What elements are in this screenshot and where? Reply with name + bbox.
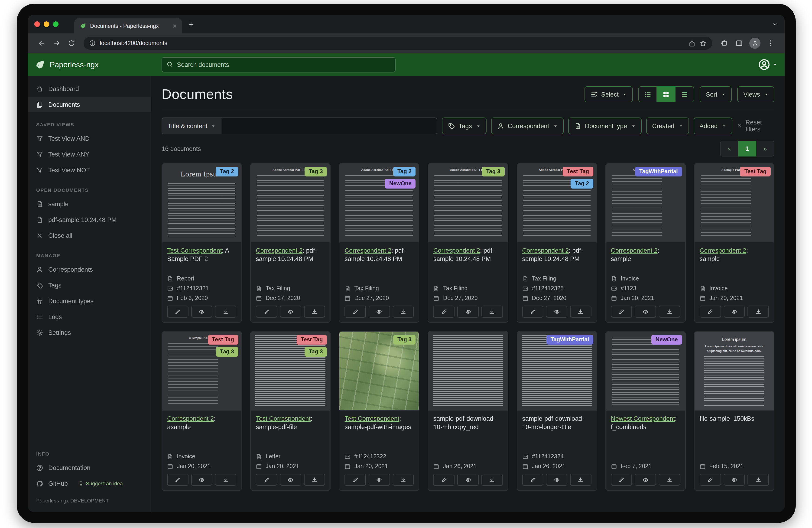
- user-menu[interactable]: [758, 58, 777, 71]
- browser-tab[interactable]: Documents - Paperless-ngx: [74, 18, 182, 33]
- site-info-icon[interactable]: [89, 40, 96, 46]
- document-thumbnail[interactable]: Tag 3: [339, 331, 419, 411]
- correspondent-link[interactable]: Correspondent 2: [700, 247, 746, 254]
- filter-added-button[interactable]: Added: [693, 117, 732, 134]
- document-title[interactable]: Test Correspondent: sample-pdf-file: [256, 415, 325, 432]
- download-button[interactable]: [570, 474, 591, 486]
- correspondent-link[interactable]: Correspondent 2: [522, 247, 569, 254]
- sidebar-item-documentation[interactable]: Documentation: [28, 460, 151, 475]
- close-window-button[interactable]: [34, 22, 40, 27]
- reload-icon[interactable]: [68, 40, 75, 47]
- preview-button[interactable]: [546, 474, 567, 486]
- tag-badge[interactable]: Tag 2: [571, 179, 593, 188]
- edit-button[interactable]: [522, 305, 543, 318]
- filter-created-button[interactable]: Created: [646, 117, 689, 134]
- filter-tags-button[interactable]: Tags: [442, 117, 486, 134]
- download-button[interactable]: [393, 305, 414, 318]
- view-mode-list-button[interactable]: [639, 86, 657, 102]
- correspondent-link[interactable]: Correspondent 2: [433, 247, 480, 254]
- preview-button[interactable]: [457, 305, 478, 318]
- tag-badge[interactable]: Tag 3: [305, 347, 327, 357]
- document-title[interactable]: Correspondent 2: asample: [167, 415, 236, 432]
- document-title[interactable]: Correspondent 2: sample: [700, 246, 769, 263]
- document-thumbnail[interactable]: Adobe Acrobat PDF Files Tag 2NewOne: [339, 163, 419, 242]
- download-button[interactable]: [393, 474, 414, 486]
- correspondent-link[interactable]: Correspondent 2: [256, 247, 303, 254]
- correspondent-link[interactable]: Newest Correspondent: [611, 415, 675, 422]
- download-button[interactable]: [481, 474, 503, 486]
- tab-list-chevron-icon[interactable]: [772, 21, 778, 27]
- sidebar-item-logs[interactable]: Logs: [28, 309, 151, 325]
- pagination-prev[interactable]: «: [720, 141, 738, 157]
- preview-button[interactable]: [546, 305, 567, 318]
- edit-button[interactable]: [345, 305, 366, 318]
- document-title[interactable]: sample-pdf-download-10-mb copy_red: [433, 415, 503, 432]
- correspondent-link[interactable]: Test Correspondent: [167, 247, 222, 254]
- edit-button[interactable]: [433, 474, 454, 486]
- document-title[interactable]: Correspondent 2: sample: [611, 246, 680, 263]
- document-thumbnail[interactable]: A Simple PDF File TagWithPartial: [606, 163, 685, 242]
- forward-icon[interactable]: [53, 40, 60, 47]
- document-title[interactable]: Correspondent 2: pdf-sample 10.24.48 PM: [433, 246, 503, 263]
- tag-badge[interactable]: Test Tag: [296, 335, 327, 345]
- preview-button[interactable]: [724, 474, 745, 486]
- filter-field-selector[interactable]: Title & content: [162, 117, 221, 134]
- preview-button[interactable]: [280, 474, 301, 486]
- sidebar-item-tags[interactable]: Tags: [28, 277, 151, 293]
- document-thumbnail[interactable]: Adobe Acrobat PDF Files Tag 3: [428, 163, 508, 242]
- document-title[interactable]: Correspondent 2: pdf-sample 10.24.48 PM: [345, 246, 414, 263]
- tag-badge[interactable]: NewOne: [651, 335, 682, 345]
- view-mode-details-button[interactable]: [676, 86, 694, 102]
- document-thumbnail[interactable]: [428, 331, 508, 411]
- tag-badge[interactable]: Tag 2: [216, 167, 238, 176]
- edit-button[interactable]: [700, 474, 721, 486]
- tag-badge[interactable]: Tag 3: [216, 347, 238, 357]
- edit-button[interactable]: [167, 474, 188, 486]
- sidebar-item-github[interactable]: GitHub Suggest an idea: [28, 475, 151, 491]
- document-title[interactable]: Correspondent 2: pdf-sample 10.24.48 PM: [256, 246, 325, 263]
- browser-profile-avatar[interactable]: [749, 38, 760, 49]
- side-panel-icon[interactable]: [735, 40, 743, 47]
- tag-badge[interactable]: Test Tag: [563, 167, 593, 176]
- download-button[interactable]: [570, 305, 591, 318]
- preview-button[interactable]: [280, 305, 301, 318]
- tag-badge[interactable]: TagWithPartial: [635, 167, 682, 176]
- preview-button[interactable]: [191, 474, 212, 486]
- document-thumbnail[interactable]: A Simple PDF File Test Tag: [695, 163, 774, 242]
- new-tab-button[interactable]: [188, 21, 194, 28]
- document-thumbnail[interactable]: Adobe Acrobat PDF Files Tag 3: [251, 163, 330, 242]
- correspondent-link[interactable]: Correspondent 2: [345, 247, 391, 254]
- minimize-window-button[interactable]: [44, 22, 49, 27]
- tag-badge[interactable]: TagWithPartial: [546, 335, 593, 345]
- tag-badge[interactable]: Tag 2: [393, 167, 416, 176]
- document-title[interactable]: sample-pdf-download-10-mb-longer-title: [522, 415, 591, 432]
- tag-badge[interactable]: Tag 3: [482, 167, 504, 176]
- filter-document-type-button[interactable]: Document type: [568, 117, 642, 134]
- sidebar-item-test-view-any[interactable]: Test View ANY: [28, 146, 151, 162]
- reset-filters-button[interactable]: Reset filters: [737, 119, 774, 133]
- correspondent-link[interactable]: Test Correspondent: [256, 415, 310, 422]
- pagination-page-1[interactable]: 1: [738, 141, 756, 157]
- views-button[interactable]: Views: [737, 86, 774, 102]
- edit-button[interactable]: [611, 474, 632, 486]
- sidebar-item-pdf-sample-10-24-48-pm[interactable]: pdf-sample 10.24.48 PM: [28, 212, 151, 228]
- download-button[interactable]: [659, 305, 680, 318]
- share-icon[interactable]: [688, 40, 695, 47]
- sidebar-item-close-all[interactable]: Close all: [28, 228, 151, 243]
- download-button[interactable]: [215, 305, 236, 318]
- edit-button[interactable]: [700, 305, 721, 318]
- tag-badge[interactable]: Tag 3: [393, 335, 416, 345]
- correspondent-link[interactable]: Correspondent 2: [167, 415, 214, 422]
- document-thumbnail[interactable]: Test TagTag 3: [251, 331, 330, 411]
- download-button[interactable]: [748, 474, 769, 486]
- pagination-next[interactable]: »: [756, 141, 774, 157]
- document-thumbnail[interactable]: NewOne: [606, 331, 685, 411]
- back-icon[interactable]: [38, 40, 45, 47]
- sidebar-item-dashboard[interactable]: Dashboard: [28, 81, 151, 97]
- filter-query-input[interactable]: [221, 117, 437, 134]
- select-button[interactable]: Select: [584, 86, 633, 102]
- sidebar-item-settings[interactable]: Settings: [28, 325, 151, 340]
- download-button[interactable]: [215, 474, 236, 486]
- correspondent-link[interactable]: Test Correspondent: [345, 415, 400, 422]
- sidebar-item-test-view-and[interactable]: Test View AND: [28, 130, 151, 146]
